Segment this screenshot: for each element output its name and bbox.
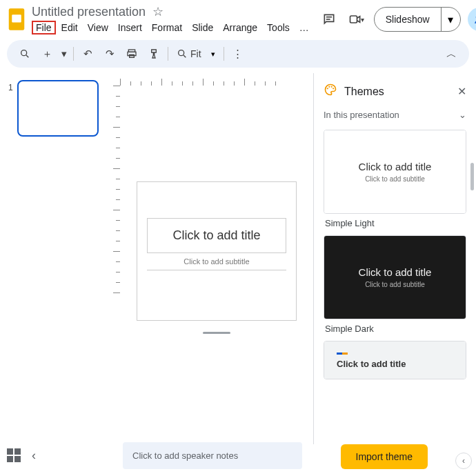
slide-thumbnail[interactable] [17, 80, 99, 137]
toolbar: ＋ ▾ ↶ ↷ Fit ▾ ⋮ ︿ [7, 40, 469, 68]
search-icon[interactable] [15, 44, 34, 63]
document-title[interactable]: Untitled presentation [32, 5, 146, 19]
theme-preview-title: Click to add title [359, 161, 432, 172]
menu-more[interactable]: … [295, 21, 313, 34]
theme-card-simple-dark[interactable]: Click to add title Click to add subtitle [324, 235, 466, 319]
slide-canvas[interactable]: Click to add title Click to add subtitle [120, 86, 313, 444]
chevron-left-side-icon[interactable]: ‹ [455, 453, 472, 469]
palette-icon [324, 83, 337, 100]
menu-view[interactable]: View [83, 21, 112, 34]
svg-line-14 [184, 55, 186, 57]
star-icon[interactable]: ☆ [152, 4, 163, 19]
theme-preview-sub: Click to add subtitle [365, 281, 425, 288]
svg-point-15 [327, 88, 328, 89]
svg-point-17 [331, 86, 333, 88]
separator [168, 47, 168, 61]
print-button[interactable] [122, 44, 141, 63]
scrollbar[interactable] [470, 163, 474, 190]
canvas-area: Click to add title Click to add subtitle [108, 73, 313, 444]
grid-view-icon[interactable] [7, 448, 21, 462]
comments-icon[interactable] [319, 9, 339, 30]
separator [73, 47, 74, 61]
menu-arrange[interactable]: Arrange [219, 21, 261, 34]
theme-preview-title: Click to add title [359, 266, 432, 278]
menu-bar: File Edit View Insert Format Slide Arran… [32, 21, 313, 34]
svg-line-9 [26, 55, 28, 57]
theme-label: Simple Dark [325, 324, 466, 334]
menu-format[interactable]: Format [148, 21, 186, 34]
theme-preview: Click to add title [324, 341, 466, 379]
slide-title-placeholder[interactable]: Click to add title [147, 218, 286, 253]
ruler-horizontal [120, 73, 313, 86]
theme-preview: Click to add title Click to add subtitle [324, 130, 466, 213]
new-slide-dropdown[interactable]: ▾ [59, 44, 69, 63]
svg-point-8 [21, 50, 27, 56]
slideshow-button[interactable]: Slideshow [375, 8, 441, 31]
slide: Click to add title Click to add subtitle [137, 182, 296, 320]
notes-drag-handle[interactable] [203, 332, 230, 334]
themes-section-toggle[interactable]: In this presentation ⌄ [314, 107, 476, 126]
meet-icon[interactable]: ▾ [346, 9, 367, 30]
menu-file[interactable]: File [32, 21, 56, 34]
ruler-vertical [108, 86, 120, 444]
more-tools-icon[interactable]: ⋮ [228, 44, 248, 63]
svg-rect-12 [130, 54, 135, 57]
chevron-left-icon[interactable]: ‹ [28, 446, 40, 466]
new-slide-button[interactable]: ＋ [37, 44, 57, 63]
filmstrip: 1 [4, 73, 108, 444]
accent-bar [337, 353, 348, 355]
paint-format-button[interactable] [144, 44, 163, 63]
theme-card-streamline[interactable]: Click to add title [324, 341, 466, 379]
import-theme-button[interactable]: Import theme [341, 444, 428, 469]
title-area: Untitled presentation ☆ File Edit View I… [32, 4, 313, 34]
header-right: ▾ Slideshow ▾ N [319, 7, 476, 32]
svg-rect-4 [350, 16, 357, 23]
close-icon[interactable]: ✕ [457, 85, 466, 98]
svg-point-16 [328, 86, 330, 88]
share-button[interactable] [468, 8, 476, 31]
slideshow-button-group: Slideshow ▾ [374, 7, 461, 32]
svg-point-13 [179, 50, 184, 56]
speaker-notes-input[interactable]: Click to add speaker notes [123, 442, 302, 469]
main-area: 1 Click to add title Click to add subtit… [0, 73, 476, 444]
theme-preview-sub: Click to add subtitle [365, 175, 425, 183]
zoom-control[interactable]: Fit ▾ [172, 48, 219, 59]
slide-number: 1 [8, 83, 13, 92]
themes-section-label: In this presentation [324, 110, 399, 120]
theme-preview: Click to add title Click to add subtitle [324, 236, 466, 319]
theme-preview-title: Click to add title [337, 359, 406, 369]
app-header: Untitled presentation ☆ File Edit View I… [0, 0, 476, 34]
svg-point-18 [333, 88, 334, 89]
collapse-toolbar-icon[interactable]: ︿ [442, 44, 461, 63]
themes-title: Themes [344, 86, 450, 98]
svg-rect-1 [12, 14, 21, 22]
themes-list: Click to add title Click to add subtitle… [314, 126, 476, 444]
redo-button[interactable]: ↷ [100, 44, 119, 63]
themes-header: Themes ✕ [314, 73, 476, 107]
zoom-label: Fit [190, 48, 201, 59]
separator [224, 47, 224, 61]
theme-label: Simple Light [325, 218, 466, 228]
menu-insert[interactable]: Insert [114, 21, 146, 34]
slideshow-dropdown[interactable]: ▾ [441, 8, 460, 31]
theme-card-simple-light[interactable]: Click to add title Click to add subtitle [324, 130, 466, 214]
menu-slide[interactable]: Slide [188, 21, 217, 34]
slides-logo [7, 7, 26, 32]
chevron-down-icon: ⌄ [459, 110, 466, 120]
undo-button[interactable]: ↶ [78, 44, 97, 63]
themes-panel: Themes ✕ In this presentation ⌄ Click to… [313, 73, 476, 444]
menu-edit[interactable]: Edit [57, 21, 82, 34]
menu-tools[interactable]: Tools [263, 21, 294, 34]
slide-subtitle-placeholder[interactable]: Click to add subtitle [147, 253, 286, 270]
